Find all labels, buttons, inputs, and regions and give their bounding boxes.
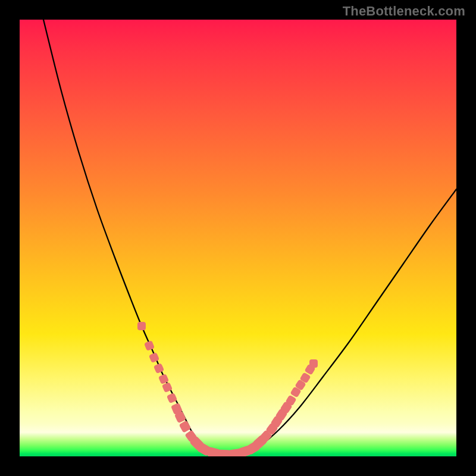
sample-dot — [137, 322, 146, 330]
sample-dot — [154, 363, 164, 374]
sample-dots-group — [137, 322, 318, 456]
sample-dot — [167, 393, 177, 403]
plot-area — [20, 20, 456, 456]
sample-dot — [149, 352, 159, 363]
sample-dot — [179, 420, 192, 433]
curve-svg — [20, 20, 456, 456]
sample-dot — [218, 449, 231, 456]
sample-dot — [144, 340, 155, 351]
watermark-text: TheBottleneck.com — [343, 4, 465, 19]
chart-frame: TheBottleneck.com — [0, 0, 476, 476]
bottleneck-curve — [43, 20, 456, 455]
sample-dot — [309, 359, 318, 368]
